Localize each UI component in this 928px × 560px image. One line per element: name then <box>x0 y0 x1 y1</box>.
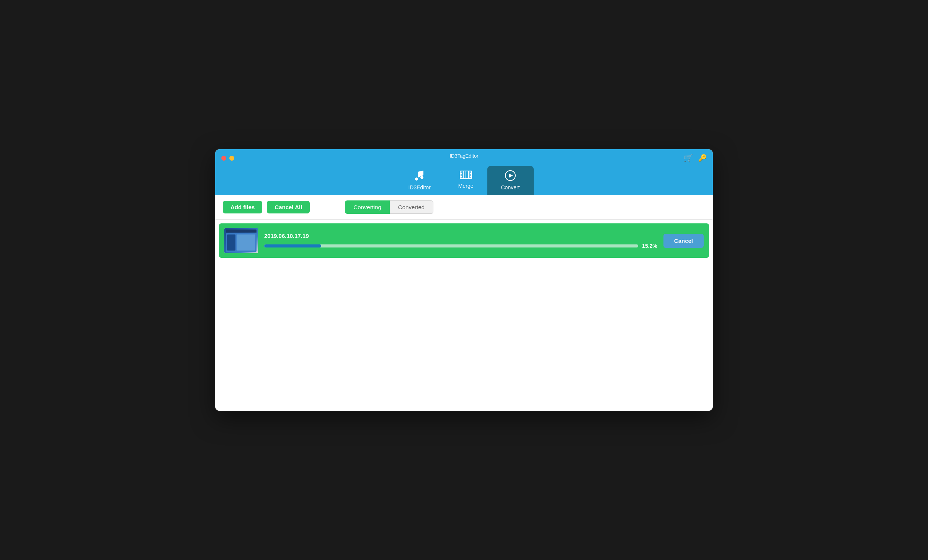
header-actions: 🛒 🔑 <box>683 153 707 163</box>
nav-bar: ID3Editor <box>215 163 713 195</box>
toolbar: Add files Cancel All Converting Converte… <box>215 195 713 220</box>
key-icon[interactable]: 🔑 <box>698 154 707 162</box>
convert-icon <box>505 170 516 183</box>
tab-group: Converting Converted <box>345 200 433 214</box>
nav-label-id3editor: ID3Editor <box>408 184 430 190</box>
tab-converting[interactable]: Converting <box>345 200 390 214</box>
tab-converted[interactable]: Converted <box>390 200 433 214</box>
content-area: 2019.06.10.17.19 15.2% Cancel <box>215 220 713 411</box>
music-icon <box>414 170 425 183</box>
cancel-conversion-button[interactable]: Cancel <box>663 234 704 248</box>
progress-percent: 15.2% <box>642 243 657 249</box>
file-info: 2019.06.10.17.19 15.2% <box>264 233 657 249</box>
progress-row: 15.2% <box>264 243 657 249</box>
cancel-all-button[interactable]: Cancel All <box>267 201 310 213</box>
nav-item-merge[interactable]: Merge <box>444 166 487 195</box>
file-thumbnail <box>224 228 258 253</box>
minimize-button[interactable] <box>229 156 234 161</box>
file-row: 2019.06.10.17.19 15.2% Cancel <box>219 223 709 258</box>
svg-rect-3 <box>470 171 472 179</box>
svg-rect-2 <box>460 171 462 179</box>
close-button[interactable] <box>221 156 226 161</box>
nav-label-merge: Merge <box>458 183 474 189</box>
nav-item-id3editor[interactable]: ID3Editor <box>394 166 444 195</box>
film-icon <box>460 170 472 181</box>
title-bar: ID3TagEditor 🛒 🔑 ID3Editor <box>215 149 713 195</box>
window-controls <box>221 156 234 161</box>
window-title: ID3TagEditor <box>449 153 478 159</box>
progress-bar-container <box>264 244 638 247</box>
cart-icon[interactable]: 🛒 <box>683 153 693 163</box>
app-window: ID3TagEditor 🛒 🔑 ID3Editor <box>215 149 713 411</box>
svg-marker-12 <box>509 174 513 177</box>
nav-label-convert: Convert <box>501 184 520 190</box>
add-files-button[interactable]: Add files <box>223 201 262 213</box>
progress-bar-fill <box>264 244 321 247</box>
nav-item-convert[interactable]: Convert <box>487 166 534 195</box>
file-name: 2019.06.10.17.19 <box>264 233 657 239</box>
